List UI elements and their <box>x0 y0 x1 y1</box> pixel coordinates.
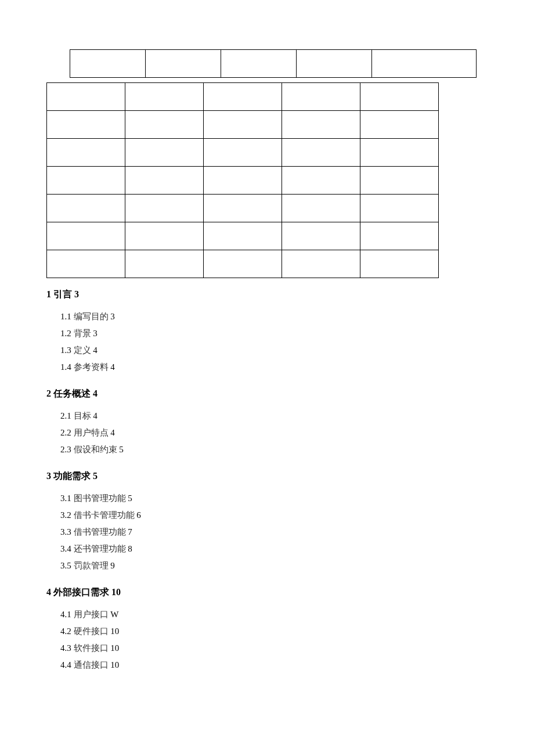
toc-label: 用户接口 <box>74 610 109 619</box>
table-cell <box>125 83 204 111</box>
toc-label: 编写目的 <box>74 312 109 321</box>
heading-page: 5 <box>93 471 98 481</box>
heading-page: 4 <box>93 388 98 398</box>
toc-section-1: 1 引言 3 1.1 编写目的 3 1.2 背景 3 1.3 定义 4 1.4 … <box>46 289 488 373</box>
table-cell <box>125 195 204 222</box>
toc-label: 借书管理功能 <box>74 527 126 537</box>
table-cell <box>125 139 204 167</box>
table-cell <box>47 167 125 195</box>
toc-page: 7 <box>128 527 132 537</box>
toc-item: 3.1 图书管理功能 5 <box>46 493 488 504</box>
table-row <box>47 222 456 250</box>
toc-item: 2.1 目标 4 <box>46 411 488 422</box>
table-cell <box>297 50 372 78</box>
table-cell <box>439 139 456 167</box>
toc-num: 3.3 <box>60 527 71 537</box>
toc-num: 1.3 <box>60 345 71 355</box>
toc-section-4: 4 外部接口需求 10 4.1 用户接口 W 4.2 硬件接口 10 4.3 软… <box>46 586 488 671</box>
table-row <box>47 250 456 278</box>
table-cell <box>282 167 360 195</box>
toc-item: 4.2 硬件接口 10 <box>46 626 488 637</box>
table-cell <box>360 167 439 195</box>
toc-label: 背景 <box>74 329 91 338</box>
table-cell <box>360 195 439 222</box>
toc-section-3: 3 功能需求 5 3.1 图书管理功能 5 3.2 借书卡管理功能 6 3.3 … <box>46 470 488 571</box>
toc-num: 2.3 <box>60 445 71 454</box>
table-cell <box>204 111 282 139</box>
table-row <box>47 139 456 167</box>
table-cell <box>204 167 282 195</box>
toc-num: 3.2 <box>60 510 71 520</box>
table-cell <box>372 50 477 78</box>
toc-page: 5 <box>128 494 132 503</box>
toc-page: 10 <box>110 660 119 669</box>
table-cell <box>70 50 146 78</box>
table-cell <box>360 139 439 167</box>
toc-page: 4 <box>93 411 98 420</box>
toc-label: 假设和约束 <box>74 445 117 454</box>
toc-page: 3 <box>93 329 98 338</box>
toc-item: 2.3 假设和约束 5 <box>46 444 488 455</box>
heading-label: 功能需求 <box>53 471 91 481</box>
table-cell <box>125 111 204 139</box>
heading-num: 4 <box>46 587 51 597</box>
heading-label: 外部接口需求 <box>53 587 109 597</box>
toc-page: 4 <box>93 345 98 355</box>
table-cell <box>360 250 439 278</box>
table-cell <box>204 195 282 222</box>
toc-num: 1.4 <box>60 362 71 372</box>
toc-num: 2.1 <box>60 411 71 420</box>
toc-item: 1.2 背景 3 <box>46 328 488 339</box>
toc-item: 3.4 还书管理功能 8 <box>46 543 488 555</box>
table-cell <box>282 195 360 222</box>
toc-label: 借书卡管理功能 <box>74 510 135 520</box>
table-row <box>47 111 456 139</box>
toc-page: 3 <box>110 312 115 321</box>
toc-item: 4.3 软件接口 10 <box>46 643 488 654</box>
table-cell <box>221 50 297 78</box>
table-cell <box>204 83 282 111</box>
table-cell <box>125 167 204 195</box>
toc-item: 4.4 通信接口 10 <box>46 660 488 671</box>
toc-section-2: 2 任务概述 4 2.1 目标 4 2.2 用户特点 4 2.3 假设和约束 5 <box>46 388 488 455</box>
table-cell <box>47 250 125 278</box>
header-table-1 <box>70 49 477 78</box>
section-heading: 2 任务概述 4 <box>46 388 488 400</box>
table-cell <box>282 222 360 250</box>
toc-item: 4.1 用户接口 W <box>46 609 488 620</box>
table-row <box>47 167 456 195</box>
toc-num: 1.1 <box>60 312 71 321</box>
table-cell <box>47 139 125 167</box>
toc-item: 1.3 定义 4 <box>46 345 488 356</box>
table-cell <box>439 111 456 139</box>
toc-item: 2.2 用户特点 4 <box>46 427 488 438</box>
toc-label: 还书管理功能 <box>74 544 126 553</box>
toc-item: 3.5 罚款管理 9 <box>46 560 488 571</box>
toc-item: 3.3 借书管理功能 7 <box>46 527 488 538</box>
toc-page: 4 <box>110 428 115 437</box>
table-cell <box>282 111 360 139</box>
toc-page: 10 <box>110 643 119 653</box>
table-cell <box>47 195 125 222</box>
table-cell <box>439 222 456 250</box>
heading-num: 2 <box>46 388 51 398</box>
toc-page: 10 <box>110 627 119 636</box>
table-cell <box>282 250 360 278</box>
toc-list: 3.1 图书管理功能 5 3.2 借书卡管理功能 6 3.3 借书管理功能 7 … <box>46 493 488 571</box>
heading-page: 3 <box>74 289 79 299</box>
section-heading: 3 功能需求 5 <box>46 470 488 483</box>
heading-num: 1 <box>46 289 51 299</box>
table-cell <box>282 139 360 167</box>
toc-num: 4.2 <box>60 627 71 636</box>
toc-label: 参考资料 <box>74 362 109 372</box>
table-cell <box>47 111 125 139</box>
table-cell <box>360 83 439 111</box>
table-row <box>70 50 477 78</box>
table-row <box>47 83 456 111</box>
toc-label: 目标 <box>74 411 91 420</box>
toc-label: 通信接口 <box>74 660 109 669</box>
toc-page: 6 <box>136 510 141 520</box>
toc-item: 1.4 参考资料 4 <box>46 362 488 373</box>
toc-num: 3.4 <box>60 544 71 553</box>
toc-page: 5 <box>119 445 124 454</box>
